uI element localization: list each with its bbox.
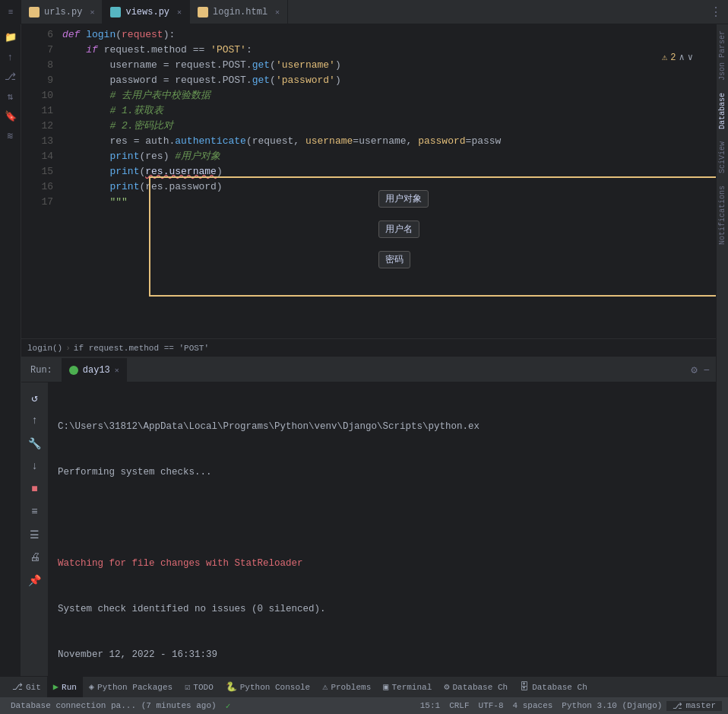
run-tab-close[interactable]: ✕ (115, 366, 119, 375)
run-scroll-icon[interactable]: ≡ (26, 503, 44, 521)
run-tab-label: day13 (83, 365, 110, 376)
run-settings-icon[interactable]: ⚙ (691, 363, 697, 376)
problems-icon: ⚠ (322, 681, 328, 693)
code-line-8: username = request.POST.get('username') (59, 58, 716, 73)
bottom-terminal[interactable]: ▣ Terminal (377, 677, 438, 697)
check-icon: ✓ (226, 701, 231, 711)
tab-views-py-close[interactable]: ✕ (177, 8, 182, 17)
code-line-14: print(res) #用户对象 (59, 149, 716, 164)
tab-urls-py-label: urls.py (44, 7, 82, 17)
status-git-branch[interactable]: ⎇ master (666, 701, 722, 711)
right-panel: Json Parser Database SciView Notificatio… (716, 24, 728, 676)
packages-icon: ◈ (89, 681, 94, 693)
breadcrumb: login() › if request.method == 'POST' (21, 338, 716, 357)
tab-login-html-close[interactable]: ✕ (275, 8, 280, 17)
code-line-15: print(res.username) (59, 164, 716, 179)
views-py-icon (110, 7, 121, 17)
output-line-date: November 12, 2022 - 16:31:39 (58, 647, 707, 662)
sidebar-project-icon[interactable]: 📁 (2, 29, 19, 46)
output-line-check: Performing system checks... (58, 465, 707, 480)
bottom-services[interactable]: ⚙ Database Ch (438, 677, 514, 697)
run-tab-bar: Run: day13 ✕ ⚙ − (21, 358, 716, 382)
python-text: Python 3.10 (Django) (562, 701, 662, 710)
bottom-terminal-label: Terminal (391, 683, 432, 692)
tab-login-html[interactable]: login.html ✕ (190, 0, 288, 24)
run-minimize-icon[interactable]: − (704, 364, 710, 376)
branch-icon: ⎇ (673, 701, 682, 711)
run-tab-icon (69, 366, 78, 375)
project-icon[interactable]: ≡ (0, 0, 21, 24)
run-left-actions: ↺ ↑ 🔧 ↓ ■ ≡ ☰ 🖨 📌 (21, 382, 49, 676)
todo-icon: ☑ (185, 681, 190, 693)
breadcrumb-sep: › (65, 344, 71, 353)
bottom-console[interactable]: 🐍 Python Console (220, 677, 316, 697)
run-up-icon[interactable]: ↑ (26, 411, 44, 430)
breadcrumb-if: if request.method == 'POST' (74, 344, 209, 353)
code-lines[interactable]: def login(request): if request.method ==… (59, 24, 716, 338)
status-crlf[interactable]: CRLF (445, 701, 473, 710)
status-encoding[interactable]: UTF-8 (474, 701, 508, 710)
run-tab-day13[interactable]: day13 ✕ (62, 358, 128, 382)
terminal-icon: ▣ (383, 681, 388, 693)
run-down-icon[interactable]: ↓ (26, 457, 44, 475)
bottom-db[interactable]: 🗄 Database Ch (514, 677, 593, 697)
tab-more-button[interactable]: ⋮ (710, 5, 722, 20)
sidebar-commit-icon[interactable]: ↑ (2, 49, 19, 65)
run-icon: ▶ (53, 681, 59, 693)
tab-views-py[interactable]: views.py ✕ (103, 0, 190, 24)
status-spaces[interactable]: 4 spaces (508, 701, 558, 710)
run-lines-icon[interactable]: ☰ (26, 525, 44, 544)
bottom-run-label: Run (62, 683, 77, 692)
run-label: Run: (21, 365, 62, 376)
code-line-6: def login(request): (59, 27, 716, 43)
warning-down[interactable]: ∨ (688, 52, 693, 63)
sidebar-source-icon[interactable]: ⎇ (2, 68, 19, 85)
warning-up[interactable]: ∧ (679, 52, 685, 63)
status-check[interactable]: ✓ (221, 697, 236, 714)
right-panel-json[interactable]: Json Parser (717, 24, 728, 87)
console-icon: 🐍 (226, 681, 237, 693)
code-line-7: if request.method == 'POST': (59, 43, 716, 58)
bottom-problems[interactable]: ⚠ Problems (316, 677, 377, 697)
code-line-9: password = request.POST.get('password') (59, 73, 716, 88)
position-text: 15:1 (420, 701, 440, 710)
status-position[interactable]: 15:1 (416, 701, 445, 710)
run-pin-icon[interactable]: 📌 (26, 571, 44, 589)
bottom-run[interactable]: ▶ Run (47, 677, 83, 697)
tab-login-html-label: login.html (213, 7, 267, 17)
tab-urls-py-close[interactable]: ✕ (90, 8, 94, 17)
right-panel-db[interactable]: Database (717, 87, 728, 135)
bottom-todo[interactable]: ☑ TODO (179, 677, 220, 697)
run-stop-icon[interactable]: ■ (26, 480, 44, 498)
main-area: 📁 ↑ ⎇ ⇅ 🔖 ≋ ⚠ 2 ∧ ∨ 用户对象 用户名 密码 6 (0, 24, 728, 676)
run-print-icon[interactable]: 🖨 (26, 548, 44, 566)
run-output[interactable]: C:\Users\31812\AppData\Local\Programs\Py… (49, 382, 716, 676)
right-panel-notif[interactable]: Notifications (717, 179, 728, 251)
output-line-watcher: Watching for file changes with StatReloa… (58, 556, 707, 571)
warning-icon: ⚠ (662, 52, 667, 63)
tab-bar: ≡ urls.py ✕ views.py ✕ login.html ✕ ⋮ (0, 0, 728, 24)
status-db-msg[interactable]: Database connection pa... (7 minutes ago… (6, 697, 221, 714)
rerun-icon[interactable]: ↺ (26, 389, 44, 407)
sidebar-pullreq-icon[interactable]: ⇅ (2, 88, 19, 105)
login-html-icon (198, 7, 208, 17)
code-content: 6 7 8 9 10 11 12 13 14 15 16 17 def logi… (21, 24, 716, 338)
tab-views-py-label: views.py (125, 7, 169, 17)
crlf-text: CRLF (449, 701, 469, 710)
db-icon: 🗄 (520, 681, 529, 693)
status-db-text: Database connection pa... (7 minutes ago… (11, 701, 217, 710)
urls-py-icon (29, 7, 40, 17)
tab-urls-py[interactable]: urls.py ✕ (21, 0, 103, 24)
sidebar-bookmark-icon[interactable]: 🔖 (2, 108, 19, 125)
status-python[interactable]: Python 3.10 (Django) (557, 701, 666, 710)
bottom-console-label: Python Console (240, 683, 310, 692)
line-numbers: 6 7 8 9 10 11 12 13 14 15 16 17 (21, 24, 59, 338)
right-panel-sci[interactable]: SciView (717, 135, 728, 179)
warning-count: 2 (670, 52, 676, 63)
bottom-packages[interactable]: ◈ Python Packages (83, 677, 179, 697)
services-icon: ⚙ (444, 681, 449, 693)
code-line-13: res = auth.authenticate(request, usernam… (59, 134, 716, 149)
run-wrench-icon[interactable]: 🔧 (26, 434, 44, 452)
bottom-git[interactable]: ⎇ Git (6, 677, 47, 697)
sidebar-structure-icon[interactable]: ≋ (2, 128, 19, 144)
